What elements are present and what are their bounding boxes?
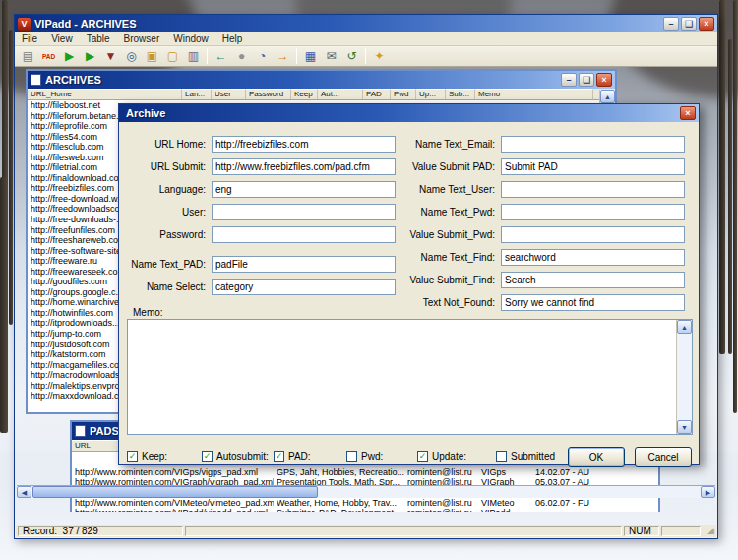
toolbar: ▤PAD▶▶▼◎▣▢▥←●◔→▦✉↺✦ [15, 46, 717, 67]
field-row: Language: [127, 181, 396, 198]
scrollbar-thumb[interactable] [32, 486, 318, 498]
run-all-icon[interactable]: ▶ [80, 47, 100, 65]
column-header[interactable]: Aut... [318, 89, 363, 99]
column-header[interactable]: PAD [363, 89, 391, 99]
text-not-found-input[interactable] [501, 294, 685, 311]
name-text-user-input[interactable] [501, 181, 685, 198]
column-header[interactable]: User [212, 89, 246, 99]
checkbox-box[interactable]: ✓ [417, 451, 428, 462]
filter-icon[interactable]: ▼ [100, 47, 121, 65]
autosubmit-checkbox[interactable]: ✓Autosubmit: [202, 451, 274, 462]
name-select-input[interactable] [212, 279, 396, 295]
menu-item-help[interactable]: Help [215, 33, 250, 44]
close-button[interactable]: × [699, 17, 714, 31]
scroll-down-icon[interactable]: ▼ [677, 420, 692, 434]
send-mail-icon[interactable]: ✉ [321, 47, 341, 65]
toolbar-separator [365, 48, 366, 64]
name-text-find-input[interactable] [501, 249, 685, 266]
tree-trunk [0, 177, 8, 433]
value-submit-pad-input[interactable] [501, 158, 685, 175]
pads-cell-categories: GPS, Jaht, Hobbies, Recreatio... [274, 467, 404, 477]
scroll-right-icon[interactable]: ▶ [701, 486, 715, 498]
menu-item-browser[interactable]: Browser [117, 33, 167, 44]
close-button[interactable]: × [596, 73, 612, 87]
dialog-close-button[interactable]: × [680, 106, 696, 120]
open-folder-icon[interactable]: ▣ [142, 47, 162, 65]
print-icon[interactable]: ▥ [183, 47, 204, 65]
menu-item-table[interactable]: Table [80, 33, 117, 44]
dialog-checkbox-row: ✓Keep:✓Autosubmit:✓PAD:Pwd:✓Update:Submi… [127, 451, 567, 462]
name-text-email-input[interactable] [501, 136, 685, 153]
run-icon[interactable]: ▶ [59, 47, 80, 65]
main-window-titlebar[interactable]: V VIPadd - ARCHIVES –❑× [15, 15, 717, 32]
ok-button[interactable]: OK [568, 447, 625, 467]
column-header[interactable]: Keep [291, 89, 318, 99]
user-input[interactable] [212, 204, 396, 220]
maximize-button[interactable]: ❑ [579, 73, 594, 87]
dialog-titlebar[interactable]: Archive × [119, 104, 699, 122]
forward-icon[interactable]: → [273, 47, 293, 65]
keep-checkbox[interactable]: ✓Keep: [127, 451, 202, 462]
tree-trunk [9, 30, 13, 325]
scroll-left-icon[interactable]: ◀ [17, 486, 31, 498]
record-icon[interactable]: ● [231, 47, 252, 65]
column-header[interactable]: Sub... [446, 89, 475, 99]
preview-icon[interactable]: ◎ [121, 47, 142, 65]
field-row: URL Home: [127, 136, 396, 153]
checkbox-box[interactable]: ✓ [274, 451, 284, 462]
menu-bar: FileViewTableBrowserWindowHelp [15, 32, 717, 46]
language-input[interactable] [212, 181, 396, 198]
refresh-icon[interactable]: ↺ [341, 47, 362, 65]
resize-grip-icon[interactable]: ◢ [703, 526, 714, 537]
pads-row[interactable]: http://www.rominten.com/VIPadd/vipadd_pa… [72, 508, 658, 512]
memo-textarea[interactable] [128, 320, 676, 434]
checkbox-box[interactable] [346, 451, 357, 462]
pad-button[interactable]: PAD [38, 47, 59, 65]
menu-item-window[interactable]: Window [166, 33, 215, 44]
submitted-checkbox[interactable]: Submitted [496, 451, 567, 462]
scroll-up-icon[interactable]: ▲ [677, 320, 692, 334]
folder-icon[interactable]: ▢ [162, 47, 183, 65]
memo-label: Memo: [133, 307, 163, 318]
name-text-pwd-input[interactable] [501, 204, 685, 220]
pwd-checkbox[interactable]: Pwd: [346, 451, 417, 462]
url-home-input[interactable] [212, 136, 396, 153]
url-submit-input[interactable] [212, 158, 396, 175]
field-row: Name Text_PAD: [127, 256, 396, 273]
maximize-button[interactable]: ❑ [681, 17, 697, 31]
name-text-pad-input[interactable] [212, 256, 396, 273]
column-header[interactable]: Pwd [391, 89, 416, 99]
menu-item-file[interactable]: File [15, 33, 44, 44]
archives-titlebar[interactable]: ARCHIVES –❑× [28, 71, 615, 89]
pads-row[interactable]: http://www.rominten.com/VIGps/vigps_pad.… [72, 467, 658, 477]
cancel-button[interactable]: Cancel [635, 447, 692, 467]
status-segment [661, 526, 701, 536]
scroll-up-icon[interactable]: ▲ [600, 90, 615, 103]
menu-item-view[interactable]: View [44, 33, 80, 44]
checkbox-box[interactable]: ✓ [202, 451, 213, 462]
save-icon[interactable]: ▦ [300, 47, 321, 65]
pad-checkbox[interactable]: ✓PAD: [274, 451, 346, 462]
password-input[interactable] [212, 226, 396, 243]
value-submit-find-input[interactable] [501, 272, 685, 288]
column-header[interactable]: Lan... [182, 89, 212, 99]
minimize-button[interactable]: – [561, 73, 577, 87]
client-horizontal-scrollbar[interactable]: ◀ ▶ [17, 485, 715, 498]
back-icon[interactable]: ← [211, 47, 231, 65]
minimize-button[interactable]: – [663, 17, 679, 31]
globe-icon[interactable]: ◔ [252, 47, 273, 65]
column-header[interactable]: Password [246, 89, 291, 99]
url-submit-input-label: URL Submit: [127, 161, 212, 172]
alarm-icon[interactable]: ✦ [369, 47, 390, 65]
memo-vertical-scrollbar[interactable]: ▲ ▼ [676, 320, 692, 434]
column-header[interactable]: URL_Home [28, 89, 182, 99]
field-row: Name Select: [127, 279, 396, 295]
column-header[interactable]: Memo [475, 89, 593, 99]
checkbox-box[interactable]: ✓ [127, 451, 138, 462]
column-header[interactable]: Up... [416, 89, 446, 99]
new-document-icon[interactable]: ▤ [18, 47, 38, 65]
value-submit-pwd-input[interactable] [501, 226, 685, 243]
pads-row[interactable]: http://www.rominten.com/VIMeteo/vimeteo_… [72, 498, 658, 508]
checkbox-box[interactable] [496, 451, 507, 462]
update-checkbox[interactable]: ✓Update: [417, 451, 496, 462]
